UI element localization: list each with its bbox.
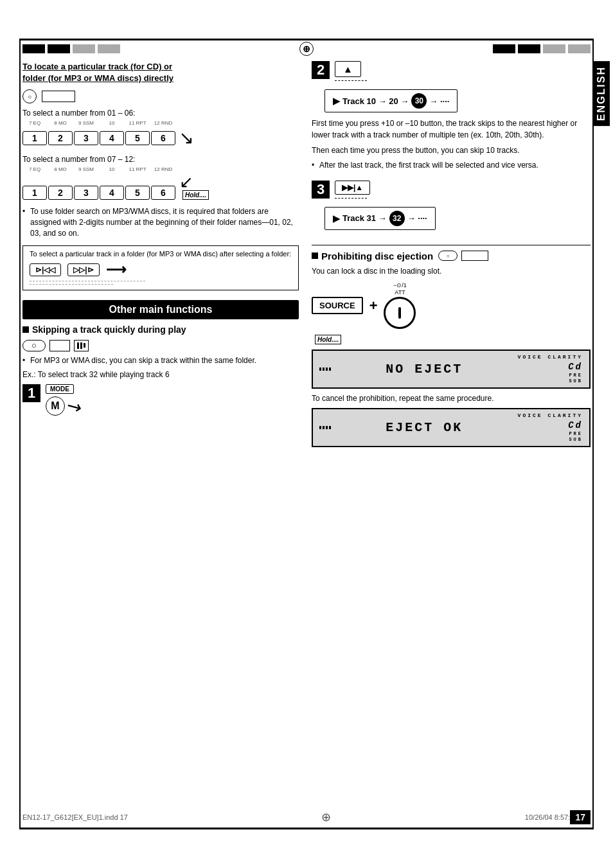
border-top	[19, 39, 594, 40]
btn-2-3[interactable]: 3	[74, 186, 98, 200]
step2-num-text: 2	[317, 62, 324, 78]
long-arrow: ⟶	[106, 261, 127, 278]
lcd-right-labels-2: VOICE CLARITY Cd PRE SUB	[518, 412, 583, 443]
step2-bullet-1: After the last track, the first track wi…	[312, 160, 591, 171]
header-block-1	[22, 44, 45, 53]
hold-label-2-area: Hold....	[312, 334, 591, 344]
other-functions-box: Other main functions	[22, 300, 299, 319]
knob-graphic[interactable]	[384, 297, 416, 329]
plus-sign: +	[369, 297, 378, 314]
source-knob-area: SOURCE + −⊙/1ATT	[312, 282, 591, 330]
prohibit-desc: You can lock a disc in the loading slot.	[312, 267, 591, 276]
btn-label-5: 11 RPT	[125, 120, 150, 126]
nav-btn-back[interactable]: ⊳|◁◁	[30, 263, 61, 276]
skipping-title: Skipping a track quickly during play	[22, 324, 299, 335]
sub-label: SUB	[518, 378, 583, 384]
bullet-list-1: To use folder search on MP3/WMA discs, i…	[22, 206, 299, 238]
btn-2[interactable]: 2	[48, 131, 73, 145]
header-block-5	[493, 44, 515, 53]
bars-btn-skip	[74, 340, 89, 351]
skipping-bullet-1: For MP3 or WMA disc, you can skip a trac…	[22, 355, 299, 366]
skipping-btns-graphic: ○	[22, 340, 299, 351]
skipping-title-text: Skipping a track quickly during play	[32, 324, 186, 335]
eject-ok-lcd: EJECT OK VOICE CLARITY Cd PRE SUB	[312, 408, 591, 447]
btn-5[interactable]: 5	[125, 131, 150, 145]
ticks-top	[319, 368, 331, 371]
cursor-arrow-1: ↙	[179, 127, 194, 148]
cd-label-2: Cd	[518, 420, 583, 431]
header-blocks-right	[493, 44, 591, 53]
m-btn[interactable]: M	[46, 396, 65, 416]
black-square-icon	[22, 326, 29, 333]
lcd-right-labels: VOICE CLARITY Cd PRE SUB	[518, 354, 583, 384]
cancel-desc: To cancel the prohibition, repeat the sa…	[312, 394, 591, 403]
step3-number: 3	[312, 181, 330, 199]
btn-2-4[interactable]: 4	[100, 186, 124, 200]
right-column: ENGLISH 2 ▲ ▶ Track 10 → 20 →	[312, 61, 591, 452]
btn-3[interactable]: 3	[74, 131, 98, 145]
header-bar: ⊕	[22, 42, 591, 56]
btn-2-5[interactable]: 5	[125, 186, 150, 200]
btn-label-1: 7 EQ	[22, 120, 47, 126]
step2-block: 2 ▲ ▶ Track 10 → 20 → 30 → ····	[312, 61, 591, 171]
header-block-8	[568, 44, 591, 53]
m-btn-label: M	[51, 400, 59, 412]
btn-1[interactable]: 1	[22, 131, 47, 145]
crosshair-bottom: ⊕	[321, 810, 331, 824]
step2-para2: Then each time you press the button, you…	[312, 145, 591, 156]
ticks-bottom	[319, 426, 331, 429]
border-bottom	[19, 828, 594, 829]
tick-b1	[319, 426, 321, 429]
border-left	[19, 39, 21, 829]
pre-label-2: PRE	[518, 431, 583, 437]
step1-content: MODE M ↙	[46, 384, 82, 417]
btn-label-2-1: 7 EQ	[22, 166, 47, 172]
forward-btn[interactable]: ▶▶|▲	[335, 181, 370, 195]
btn-2-1[interactable]: 1	[22, 186, 47, 200]
track-dots2: → ····	[407, 213, 427, 223]
header-block-3	[73, 44, 95, 53]
track-dots: → ····	[429, 96, 449, 106]
up-btn[interactable]: ▲	[335, 61, 361, 77]
step2-number: 2	[312, 61, 330, 79]
other-functions-label: Other main functions	[109, 304, 213, 315]
tick	[329, 368, 331, 371]
black-square-icon-2	[312, 252, 318, 259]
mode-m-graphic: MODE M ↙	[46, 384, 82, 417]
footer: EN12-17_G612[EX_EU]1.indd 17 ⊕ 10/26/04 …	[22, 810, 591, 824]
hold-arrow-area: ↙ Hold....	[179, 173, 209, 200]
step1-num-text: 1	[28, 385, 35, 402]
knob-area: −⊙/1ATT	[384, 282, 416, 330]
header-block-6	[518, 44, 540, 53]
header-block-4	[98, 44, 120, 53]
rect-btn-skip	[49, 340, 70, 351]
btn-6[interactable]: 6	[151, 131, 175, 145]
bullet-box-text: To select a particular track in a folder…	[30, 250, 291, 258]
nav-btn-fwd[interactable]: ▷▷|⊳	[67, 263, 99, 276]
skipping-ex: Ex.: To select track 32 while playing tr…	[22, 370, 299, 379]
source-btn-graphic[interactable]: SOURCE	[312, 297, 363, 314]
knob-line	[398, 307, 401, 319]
tick-b2	[323, 426, 324, 429]
track-text: Track 10 → 20 →	[342, 96, 409, 106]
track-arrow-left2: ▶	[333, 213, 340, 224]
crosshair-top: ⊕	[299, 42, 314, 56]
btn-2-2[interactable]: 2	[48, 186, 73, 200]
oval-btn-prohibit: ○	[438, 251, 458, 261]
tick	[326, 368, 328, 371]
section-title-line2: folder (for MP3 or WMA discs) directly	[22, 73, 173, 83]
nav-btns-graphic: ⊳|◁◁ ▷▷|⊳ ⟶	[30, 261, 292, 285]
source-button-area: ○	[22, 89, 299, 103]
oval-source-btn: ○	[22, 89, 37, 103]
bar3	[84, 343, 85, 348]
btn-4[interactable]: 4	[100, 131, 124, 145]
knob-label-top: −⊙/1ATT	[393, 282, 407, 296]
btn-2-6[interactable]: 6	[151, 186, 175, 200]
mode-btn[interactable]: MODE	[46, 384, 74, 394]
btn-label-2-3: 9 SSM	[74, 166, 98, 172]
tick-b3	[326, 426, 328, 429]
btn-label-2-2: 8 MO	[48, 166, 73, 172]
track-display-2: ▶ Track 10 → 20 → 30 → ····	[324, 89, 458, 112]
eject-ok-text: EJECT OK	[386, 420, 463, 435]
source-btn-label: SOURCE	[319, 301, 355, 310]
